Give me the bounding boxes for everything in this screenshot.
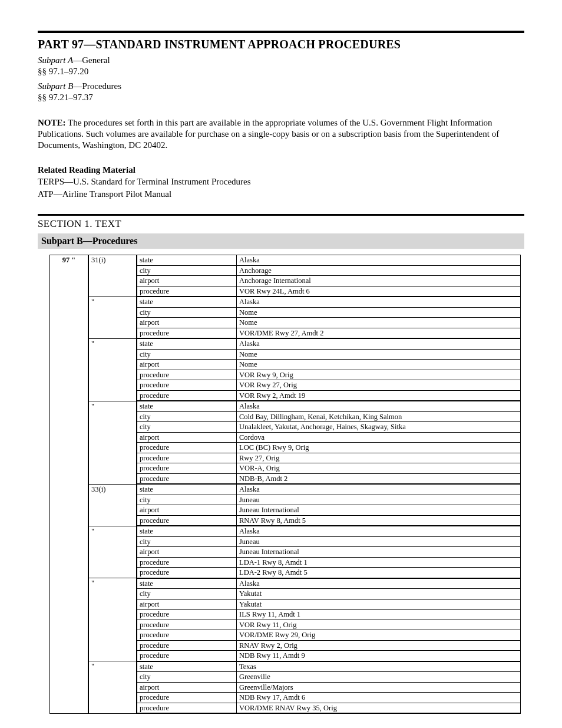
col-key: city (137, 422, 237, 433)
procedures-table: 97 "31(i)stateAlaskacityAnchorageairport… (49, 255, 521, 714)
col-amendment: " (88, 297, 137, 338)
col-key: procedure (137, 473, 237, 484)
related-line-1: TERPS—U.S. Standard for Terminal Instrum… (38, 176, 524, 187)
col-value: Alaska (237, 484, 521, 495)
col-value: Rwy 27, Orig (237, 453, 521, 463)
col-part: 97 " (50, 255, 89, 714)
subpart-a-name: —General (73, 55, 110, 65)
col-key: city (137, 411, 237, 422)
col-value: Juneau (237, 536, 521, 547)
col-key: state (137, 661, 237, 672)
col-value: Alaska (237, 526, 521, 536)
col-value: LOC (BC) Rwy 9, Orig (237, 443, 521, 453)
col-key: procedure (137, 703, 237, 713)
section-title: SECTION 1. TEXT (38, 218, 524, 230)
related-line-2: ATP—Airline Transport Pilot Manual (38, 189, 524, 200)
col-key: procedure (137, 286, 237, 297)
section-band: Subpart B—Procedures (38, 233, 524, 249)
col-key: procedure (137, 693, 237, 703)
col-key: state (137, 338, 237, 349)
col-value: Alaska (237, 338, 521, 349)
col-key: procedure (137, 640, 237, 651)
col-value: Alaska (237, 401, 521, 411)
col-key: procedure (137, 620, 237, 630)
col-key: city (137, 307, 237, 318)
col-key: state (137, 255, 237, 266)
col-value: RNAV Rwy 8, Amdt 5 (237, 515, 521, 526)
col-value: RNAV Rwy 2, Orig (237, 640, 521, 651)
col-value: Greenville (237, 672, 521, 683)
col-value: Nome (237, 307, 521, 318)
col-key: airport (137, 505, 237, 516)
col-key: airport (137, 547, 237, 558)
col-value: VOR Rwy 11, Orig (237, 620, 521, 630)
col-key: state (137, 578, 237, 589)
col-key: city (137, 495, 237, 505)
note-text: The procedures set forth in this part ar… (38, 118, 499, 150)
related-heading: Related Reading Material (38, 165, 524, 175)
col-value: LDA-2 Rwy 8, Amdt 5 (237, 568, 521, 578)
col-key: procedure (137, 328, 237, 338)
col-value: Alaska (237, 578, 521, 589)
part-title: PART 97—STANDARD INSTRUMENT APPROACH PRO… (38, 38, 524, 51)
col-amendment: " (88, 661, 137, 714)
col-value: Yakutat (237, 599, 521, 610)
subpart-a-line: Subpart A—General (38, 55, 524, 66)
col-value: VOR/DME RNAV Rwy 35, Orig (237, 703, 521, 713)
col-value: Texas (237, 661, 521, 672)
col-key: procedure (137, 463, 237, 474)
col-amendment: 31(i) (88, 255, 137, 297)
col-value: Alaska (237, 255, 521, 266)
col-key: procedure (137, 568, 237, 578)
col-key: city (137, 265, 237, 276)
col-value: Unalakleet, Yakutat, Anchorage, Haines, … (237, 422, 521, 433)
col-key: procedure (137, 651, 237, 661)
col-key: state (137, 526, 237, 536)
col-value: NDB Rwy 11, Amdt 9 (237, 651, 521, 661)
col-value: VOR Rwy 27, Orig (237, 380, 521, 391)
col-value: Juneau (237, 495, 521, 505)
col-value: NDB-B, Amdt 2 (237, 473, 521, 484)
col-key: procedure (137, 630, 237, 641)
subpart-b-line: Subpart B—Procedures (38, 81, 524, 92)
col-amendment: " (88, 401, 137, 484)
col-value: Cold Bay, Dillingham, Kenai, Ketchikan, … (237, 411, 521, 422)
col-key: city (137, 589, 237, 599)
col-key: airport (137, 432, 237, 443)
subpart-b-name: —Procedures (73, 81, 121, 91)
col-key: state (137, 401, 237, 411)
col-key: airport (137, 276, 237, 286)
col-value: VOR Rwy 2, Amdt 19 (237, 390, 521, 401)
col-amendment: " (88, 578, 137, 661)
col-value: Juneau International (237, 547, 521, 558)
col-amendment: 33(i) (88, 484, 137, 526)
col-value: VOR/DME Rwy 29, Orig (237, 630, 521, 641)
subpart-a-label: Subpart A (38, 55, 73, 65)
col-key: procedure (137, 390, 237, 401)
col-key: procedure (137, 610, 237, 620)
col-value: LDA-1 Rwy 8, Amdt 1 (237, 557, 521, 568)
col-key: procedure (137, 453, 237, 463)
col-key: procedure (137, 557, 237, 568)
col-key: state (137, 484, 237, 495)
col-value: Alaska (237, 297, 521, 307)
col-value: Nome (237, 360, 521, 370)
col-key: city (137, 349, 237, 360)
subpart-a-range: §§ 97.1–97.20 (38, 66, 524, 77)
col-key: city (137, 672, 237, 683)
col-value: Cordova (237, 432, 521, 443)
col-amendment: " (88, 338, 137, 401)
col-value: Nome (237, 318, 521, 328)
col-key: airport (137, 360, 237, 370)
col-value: VOR/DME Rwy 27, Amdt 2 (237, 328, 521, 338)
col-value: VOR Rwy 24L, Amdt 6 (237, 286, 521, 297)
col-key: airport (137, 682, 237, 693)
subpart-b-range: §§ 97.21–97.37 (38, 92, 524, 103)
section-rule (38, 214, 524, 216)
col-value: Greenville/Majors (237, 682, 521, 693)
col-value: Yakutat (237, 589, 521, 599)
note-label: NOTE: (38, 118, 66, 127)
col-value: ILS Rwy 11, Amdt 1 (237, 610, 521, 620)
note-block: NOTE: The procedures set forth in this p… (38, 117, 524, 151)
col-amendment: " (88, 526, 137, 578)
